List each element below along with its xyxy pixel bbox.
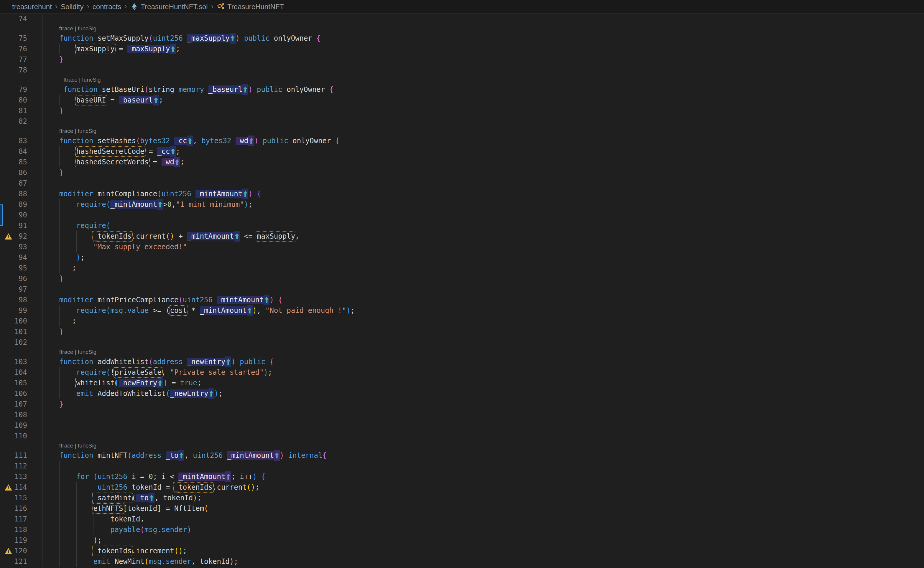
codelens-link[interactable]: ftrace | funcSig bbox=[59, 127, 96, 136]
code-text[interactable]: function mintNFT(address _to, uint256 _m… bbox=[42, 450, 327, 461]
code-text[interactable]: } bbox=[42, 399, 64, 409]
codelens-link[interactable]: ftrace | funcSig bbox=[59, 24, 96, 33]
line-number[interactable]: 110 bbox=[0, 431, 27, 441]
code-text[interactable]: _; bbox=[42, 263, 76, 273]
codelens-link[interactable]: ftrace | funcSig bbox=[64, 76, 100, 84]
line-number[interactable]: 114 bbox=[0, 482, 27, 492]
code-text[interactable]: tokenId, bbox=[42, 514, 144, 524]
line-number[interactable]: 98 bbox=[0, 295, 27, 305]
code-editor[interactable]: 74ftrace | funcSig75 function setMaxSupp… bbox=[0, 14, 924, 568]
line-number[interactable]: 91 bbox=[0, 221, 27, 231]
codelens-link[interactable]: ftrace | funcSig bbox=[59, 441, 96, 450]
line-number[interactable]: 79 bbox=[0, 84, 27, 95]
code-text[interactable]: function setBaseUri(string memory _baseu… bbox=[42, 84, 333, 95]
line-number[interactable]: 83 bbox=[0, 136, 27, 146]
code-text[interactable]: require( bbox=[42, 221, 110, 231]
line-number[interactable]: 74 bbox=[0, 14, 27, 24]
code-text[interactable]: hashedSecretWords = _wd; bbox=[42, 157, 184, 167]
line-number[interactable]: 96 bbox=[0, 273, 27, 284]
code-text[interactable]: _tokenIds.increment(); bbox=[42, 545, 187, 556]
line-number[interactable]: 89 bbox=[0, 199, 27, 210]
code-line-91: 91 require( bbox=[0, 221, 924, 231]
code-text[interactable]: hashedSecretCode = _cc; bbox=[42, 146, 180, 157]
line-number[interactable]: 112 bbox=[0, 461, 27, 471]
line-number[interactable]: 99 bbox=[0, 305, 27, 316]
line-number[interactable]: 121 bbox=[0, 556, 27, 567]
code-text[interactable]: for (uint256 i = 0; i < _mintAmount; i++… bbox=[42, 471, 265, 482]
line-number[interactable]: 111 bbox=[0, 450, 27, 461]
code-text[interactable]: baseURI = _baseurl; bbox=[42, 95, 163, 106]
code-text[interactable]: require(_mintAmount>0,"1 mint minimum"); bbox=[42, 199, 253, 210]
code-text[interactable]: uint256 tokenId = _tokenIds.current(); bbox=[42, 482, 259, 492]
breadcrumb-item-contracts[interactable]: contracts bbox=[92, 3, 121, 11]
breadcrumb-item-treasurehuntnft[interactable]: TreasureHuntNFT bbox=[217, 3, 284, 11]
line-number[interactable]: 107 bbox=[0, 399, 27, 409]
breadcrumb-item-solidity[interactable]: Solidity bbox=[61, 3, 83, 11]
line-number[interactable]: 104 bbox=[0, 367, 27, 378]
line-number[interactable]: 84 bbox=[0, 146, 27, 157]
code-text[interactable]: maxSupply = _maxSupply; bbox=[42, 44, 180, 54]
line-number[interactable]: 97 bbox=[0, 284, 27, 295]
line-number[interactable]: 103 bbox=[0, 357, 27, 367]
code-text[interactable]: } bbox=[42, 167, 64, 178]
code-text[interactable]: ); bbox=[42, 535, 102, 545]
line-number[interactable]: 106 bbox=[0, 388, 27, 399]
codelens-link[interactable]: ftrace | funcSig bbox=[59, 347, 96, 357]
code-text[interactable]: ethNFTS[tokenId] = NftItem( bbox=[42, 503, 209, 514]
code-text[interactable]: _; bbox=[42, 316, 76, 326]
code-text[interactable]: payable(msg.sender) bbox=[42, 524, 191, 535]
line-number[interactable]: 120 bbox=[0, 545, 27, 556]
line-number[interactable]: 82 bbox=[0, 116, 27, 127]
line-number[interactable]: 85 bbox=[0, 157, 27, 167]
line-number[interactable]: 119 bbox=[0, 535, 27, 545]
code-text[interactable]: } bbox=[42, 273, 64, 284]
breadcrumb-item-treasurehunt[interactable]: treasurehunt bbox=[12, 3, 52, 11]
line-number[interactable]: 113 bbox=[0, 471, 27, 482]
line-number[interactable]: 92 bbox=[0, 231, 27, 242]
line-number[interactable]: 87 bbox=[0, 178, 27, 189]
code-text[interactable]: _safeMint(_to, tokenId); bbox=[42, 492, 201, 503]
breadcrumb-item-treasurehuntnft-sol[interactable]: TreasureHuntNFT.sol bbox=[130, 3, 208, 11]
code-text[interactable]: } bbox=[42, 106, 64, 116]
line-number[interactable]: 77 bbox=[0, 54, 27, 65]
code-text[interactable]: ); bbox=[42, 252, 85, 263]
line-number[interactable]: 94 bbox=[0, 252, 27, 263]
code-token bbox=[42, 483, 98, 491]
line-number[interactable]: 105 bbox=[0, 378, 27, 388]
code-text[interactable]: modifier mintCompliance(uint256 _mintAmo… bbox=[42, 189, 261, 199]
line-number[interactable]: 108 bbox=[0, 409, 27, 420]
code-text[interactable]: } bbox=[42, 326, 64, 337]
code-text[interactable]: emit NewMint(msg.sender, tokenId); bbox=[42, 556, 238, 567]
line-number[interactable]: 118 bbox=[0, 524, 27, 535]
code-text[interactable]: require(!privateSale, "Private sale star… bbox=[42, 367, 272, 378]
line-number[interactable]: 90 bbox=[0, 210, 27, 221]
line-number[interactable]: 115 bbox=[0, 492, 27, 503]
line-number[interactable]: 78 bbox=[0, 65, 27, 76]
line-number[interactable]: 95 bbox=[0, 263, 27, 273]
code-text[interactable]: require(msg.value >= (cost * _mintAmount… bbox=[42, 305, 355, 316]
code-text[interactable]: "Max supply exceeded!" bbox=[42, 242, 187, 252]
line-number[interactable]: 76 bbox=[0, 44, 27, 54]
line-number[interactable]: 88 bbox=[0, 189, 27, 199]
line-number[interactable]: 109 bbox=[0, 420, 27, 431]
line-number[interactable]: 93 bbox=[0, 242, 27, 252]
code-text[interactable]: modifier mintPriceCompliance(uint256 _mi… bbox=[42, 295, 282, 305]
line-number[interactable]: 75 bbox=[0, 33, 27, 44]
line-number[interactable]: 116 bbox=[0, 503, 27, 514]
code-text[interactable]: emit AddedToWhitelist(_newEntry); bbox=[42, 388, 223, 399]
code-text[interactable]: function addWhitelist(address _newEntry)… bbox=[42, 357, 274, 367]
line-number[interactable]: 117 bbox=[0, 514, 27, 524]
code-text[interactable]: function setMaxSupply(uint256 _maxSupply… bbox=[42, 33, 321, 44]
code-text[interactable]: function setHashes(bytes32 _cc, bytes32 … bbox=[42, 136, 339, 146]
code-text[interactable]: _tokenIds.current() + _mintAmount <= max… bbox=[42, 231, 300, 242]
line-number[interactable]: 101 bbox=[0, 326, 27, 337]
focus-indicator-box bbox=[0, 204, 3, 226]
code-token: setMaxSupply bbox=[93, 34, 148, 42]
code-text[interactable]: } bbox=[42, 54, 64, 65]
code-text[interactable]: whitelist[_newEntry] = true; bbox=[42, 378, 201, 388]
line-number[interactable]: 86 bbox=[0, 167, 27, 178]
line-number[interactable]: 80 bbox=[0, 95, 27, 106]
line-number[interactable]: 102 bbox=[0, 337, 27, 347]
line-number[interactable]: 100 bbox=[0, 316, 27, 326]
line-number[interactable]: 81 bbox=[0, 106, 27, 116]
